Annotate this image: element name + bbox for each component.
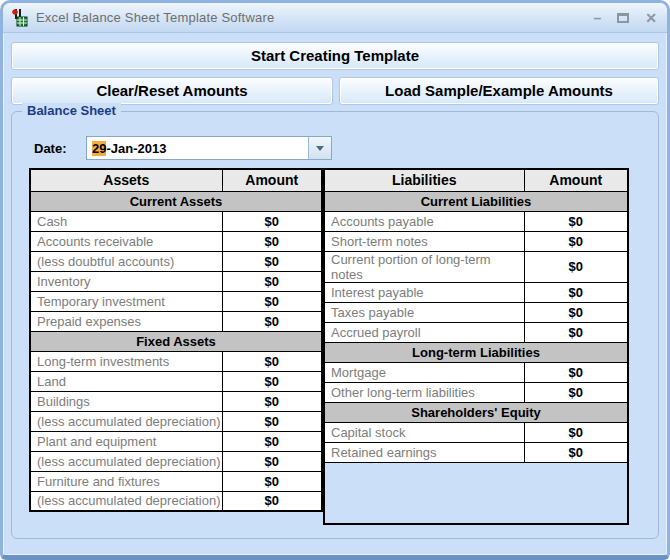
section-header: Current Liabilities <box>324 191 628 211</box>
window-title: Excel Balance Sheet Template Software <box>36 10 274 25</box>
amount-cell[interactable]: $0 <box>222 491 322 511</box>
amount-cell[interactable]: $0 <box>222 411 322 431</box>
item-label-cell: (less accumulated depreciation) <box>30 411 222 431</box>
item-label-cell: Plant and equipment <box>30 431 222 451</box>
section-header: Long-term Liabilities <box>324 342 628 362</box>
section-header: Shareholders' Equity <box>324 402 628 422</box>
table-row: Buildings$0 <box>30 391 322 411</box>
load-sample-amounts-button[interactable]: Load Sample/Example Amounts <box>339 77 659 105</box>
amount-cell[interactable]: $0 <box>222 271 322 291</box>
section-header: Current Assets <box>30 191 322 211</box>
item-label-cell: Mortgage <box>324 362 524 382</box>
date-selected-segment: 29 <box>92 141 106 156</box>
amount-cell[interactable]: $0 <box>524 422 628 442</box>
section-header-row: Current Assets <box>30 191 322 211</box>
table-row: (less accumulated depreciation)$0 <box>30 491 322 511</box>
amount-cell[interactable]: $0 <box>524 251 628 282</box>
amount-cell[interactable]: $0 <box>524 322 628 342</box>
table-row: Capital stock$0 <box>324 422 628 442</box>
amount-cell[interactable]: $0 <box>524 302 628 322</box>
amount-cell[interactable]: $0 <box>222 351 322 371</box>
maximize-icon <box>617 13 629 23</box>
chevron-down-icon <box>316 146 324 155</box>
table-row: Short-term notes$0 <box>324 231 628 251</box>
item-label-cell: Cash <box>30 211 222 231</box>
table-row: Taxes payable$0 <box>324 302 628 322</box>
table-row: Mortgage$0 <box>324 362 628 382</box>
table-row: Prepaid expenses$0 <box>30 311 322 331</box>
date-picker[interactable]: 29-Jan-2013 <box>86 136 332 160</box>
column-header: Assets <box>30 169 222 191</box>
assets-table: AssetsAmountCurrent AssetsCash$0Accounts… <box>29 168 323 512</box>
amount-cell[interactable]: $0 <box>222 451 322 471</box>
item-label-cell: Accounts receivable <box>30 231 222 251</box>
amount-cell[interactable]: $0 <box>222 231 322 251</box>
amount-cell[interactable]: $0 <box>222 471 322 491</box>
app-icon <box>9 8 29 28</box>
item-label-cell: Short-term notes <box>324 231 524 251</box>
table-row: Retained earnings$0 <box>324 442 628 462</box>
maximize-button[interactable] <box>617 11 629 25</box>
start-creating-template-button[interactable]: Start Creating Template <box>11 42 659 70</box>
title-bar: Excel Balance Sheet Template Software – … <box>3 3 667 33</box>
balance-sheet-tables: AssetsAmountCurrent AssetsCash$0Accounts… <box>29 168 629 525</box>
item-label-cell: (less accumulated depreciation) <box>30 491 222 511</box>
section-header-row: Long-term Liabilities <box>324 342 628 362</box>
item-label-cell: Furniture and fixtures <box>30 471 222 491</box>
item-label-cell: Taxes payable <box>324 302 524 322</box>
section-header-row: Shareholders' Equity <box>324 402 628 422</box>
amount-cell[interactable]: $0 <box>222 371 322 391</box>
section-header: Fixed Assets <box>30 331 322 351</box>
date-rest-segment: -Jan-2013 <box>106 141 166 156</box>
item-label-cell: Prepaid expenses <box>30 311 222 331</box>
item-label-cell: Retained earnings <box>324 442 524 462</box>
section-header-row: Fixed Assets <box>30 331 322 351</box>
clear-reset-amounts-button[interactable]: Clear/Reset Amounts <box>11 77 333 105</box>
amount-cell[interactable]: $0 <box>524 442 628 462</box>
amount-cell[interactable]: $0 <box>524 382 628 402</box>
table-row: Accounts payable$0 <box>324 211 628 231</box>
amount-cell[interactable]: $0 <box>524 211 628 231</box>
table-row: Long-term investments$0 <box>30 351 322 371</box>
amount-cell[interactable]: $0 <box>222 431 322 451</box>
liabilities-table: LiabilitiesAmountCurrent LiabilitiesAcco… <box>323 168 629 525</box>
table-row: (less accumulated depreciation)$0 <box>30 451 322 471</box>
item-label-cell: Inventory <box>30 271 222 291</box>
amount-cell[interactable]: $0 <box>222 311 322 331</box>
minimize-button[interactable]: – <box>593 11 601 25</box>
app-window: Excel Balance Sheet Template Software – … <box>0 0 670 560</box>
table-row: Accounts receivable$0 <box>30 231 322 251</box>
amount-cell[interactable]: $0 <box>524 362 628 382</box>
date-label: Date: <box>34 141 67 156</box>
table-row: Plant and equipment$0 <box>30 431 322 451</box>
item-label-cell: Temporary investment <box>30 291 222 311</box>
item-label-cell: Interest payable <box>324 282 524 302</box>
amount-cell[interactable]: $0 <box>222 251 322 271</box>
close-button[interactable]: ✕ <box>645 11 657 25</box>
column-header: Amount <box>222 169 322 191</box>
item-label-cell: Long-term investments <box>30 351 222 371</box>
empty-filler-row <box>324 462 628 524</box>
item-label-cell: Accounts payable <box>324 211 524 231</box>
table-row: Cash$0 <box>30 211 322 231</box>
table-row: (less doubtful accounts)$0 <box>30 251 322 271</box>
amount-cell[interactable]: $0 <box>222 391 322 411</box>
item-label-cell: Accrued payroll <box>324 322 524 342</box>
amount-cell[interactable]: $0 <box>222 211 322 231</box>
item-label-cell: Capital stock <box>324 422 524 442</box>
table-row: Temporary investment$0 <box>30 291 322 311</box>
table-row: Other long-term liabilities$0 <box>324 382 628 402</box>
date-dropdown-button[interactable] <box>308 137 331 159</box>
item-label-cell: Other long-term liabilities <box>324 382 524 402</box>
amount-cell[interactable]: $0 <box>524 282 628 302</box>
table-row: Current portion of long-term notes$0 <box>324 251 628 282</box>
item-label-cell: Land <box>30 371 222 391</box>
amount-cell[interactable]: $0 <box>524 231 628 251</box>
table-row: (less accumulated depreciation)$0 <box>30 411 322 431</box>
table-row: Inventory$0 <box>30 271 322 291</box>
item-label-cell: Buildings <box>30 391 222 411</box>
column-header-row: AssetsAmount <box>30 169 322 191</box>
item-label-cell: (less accumulated depreciation) <box>30 451 222 471</box>
amount-cell[interactable]: $0 <box>222 291 322 311</box>
column-header: Liabilities <box>324 169 524 191</box>
